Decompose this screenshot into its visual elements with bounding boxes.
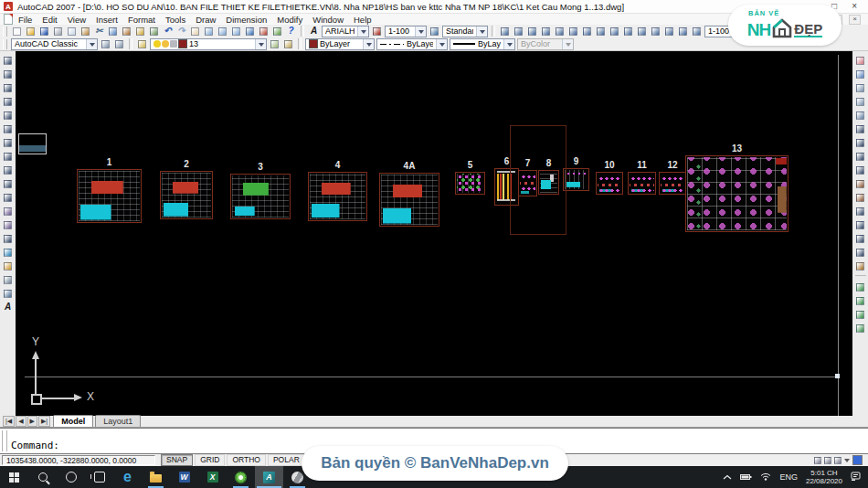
dim-ordinate-icon[interactable] xyxy=(539,26,553,37)
taskbar-camtasia-button[interactable] xyxy=(227,466,255,488)
multiline-text-icon[interactable]: A xyxy=(1,301,15,313)
extend-icon[interactable] xyxy=(853,191,867,204)
dwg-file-icon[interactable] xyxy=(4,14,13,25)
layer-combo[interactable]: 13 xyxy=(150,38,267,50)
sheet-11[interactable]: 11 xyxy=(628,172,656,195)
sheet-4[interactable]: 4 xyxy=(308,172,367,221)
tray-chevron-icon[interactable] xyxy=(723,472,732,483)
ellipse-arc-icon[interactable] xyxy=(1,191,15,204)
dropdown-arrow-icon[interactable] xyxy=(476,27,487,37)
dim-quick-icon[interactable] xyxy=(608,26,621,37)
scale-icon[interactable] xyxy=(853,150,867,163)
quickcalc-icon[interactable] xyxy=(270,26,284,37)
bring-above-objects-icon[interactable] xyxy=(853,308,867,321)
sheet-13[interactable]: 13 xyxy=(685,155,789,232)
clean-screen-button[interactable] xyxy=(852,455,863,465)
point-icon[interactable] xyxy=(1,232,15,245)
dim-linear-icon[interactable] xyxy=(498,26,512,37)
tray-menu-arrow-icon[interactable] xyxy=(844,459,850,465)
dim-radius-icon[interactable] xyxy=(553,26,566,37)
circle-icon[interactable] xyxy=(1,136,15,149)
explode-icon[interactable] xyxy=(853,260,867,272)
cad-standards-icon[interactable] xyxy=(834,457,842,464)
sheet-10[interactable]: 10 xyxy=(596,172,623,195)
insert-block-icon[interactable] xyxy=(1,205,15,217)
dim-style-combo[interactable]: 1-100 xyxy=(385,26,427,37)
erase-icon[interactable] xyxy=(853,54,867,67)
line-icon[interactable] xyxy=(1,54,15,67)
break-icon[interactable] xyxy=(853,218,867,231)
fillet-icon[interactable] xyxy=(853,246,867,259)
sheet-3[interactable]: 3 xyxy=(230,174,291,219)
tab-nav-last-button[interactable]: ▶| xyxy=(38,416,50,427)
taskbar-clock[interactable]: 5:01 CH 22/08/2020 xyxy=(806,469,842,485)
construction-line-icon[interactable] xyxy=(1,68,15,80)
dim-style-icon[interactable] xyxy=(370,26,384,37)
new-icon[interactable] xyxy=(10,26,24,37)
sheet-set-manager-icon[interactable] xyxy=(243,26,257,37)
dim-aligned-icon[interactable] xyxy=(512,26,525,37)
region-icon[interactable] xyxy=(1,273,15,286)
taskbar-start-button[interactable] xyxy=(0,466,28,488)
menu-edit[interactable]: Edit xyxy=(42,15,57,25)
polyline-icon[interactable] xyxy=(1,81,15,94)
center-mark-icon[interactable] xyxy=(676,26,690,37)
table-icon[interactable] xyxy=(1,287,15,300)
layer-properties-manager-icon[interactable] xyxy=(135,38,149,50)
menu-tools[interactable]: Tools xyxy=(165,15,185,25)
ortho-toggle[interactable]: ORTHO xyxy=(227,454,266,466)
snap-toggle[interactable]: SNAP xyxy=(161,454,193,466)
layer-lock-icon[interactable] xyxy=(170,40,177,48)
dropdown-arrow-icon[interactable] xyxy=(363,39,374,49)
tab-layout1[interactable]: Layout1 xyxy=(95,415,141,427)
battery-icon[interactable] xyxy=(740,472,752,483)
hatch-icon[interactable] xyxy=(1,246,15,259)
taskbar-explorer-button[interactable] xyxy=(142,466,170,488)
tray-update-icon[interactable] xyxy=(814,457,821,464)
layer-freeze-sun-icon[interactable] xyxy=(162,40,169,48)
polygon-icon[interactable] xyxy=(1,95,15,108)
lineweight-combo[interactable]: ByLayer xyxy=(450,38,515,50)
workspace-save-icon[interactable] xyxy=(112,38,126,50)
sheet-4a[interactable]: 4A xyxy=(379,173,439,227)
tolerance-icon[interactable] xyxy=(662,26,676,37)
stretch-icon[interactable] xyxy=(853,164,867,176)
save-icon[interactable] xyxy=(37,26,51,37)
workspace-combo[interactable]: AutoCAD Classic xyxy=(11,38,98,50)
command-window-grip[interactable] xyxy=(2,430,7,451)
offset-icon[interactable] xyxy=(853,95,867,108)
trim-icon[interactable] xyxy=(853,177,867,190)
menu-view[interactable]: View xyxy=(68,15,86,25)
dim-jogged-icon[interactable] xyxy=(566,26,580,37)
quick-leader-icon[interactable] xyxy=(649,26,662,37)
block-editor-icon[interactable] xyxy=(147,26,161,37)
dropdown-arrow-icon[interactable] xyxy=(255,39,266,49)
break-at-point-icon[interactable] xyxy=(853,205,867,217)
dim-angular-icon[interactable] xyxy=(594,26,608,37)
color-combo[interactable]: ByLayer xyxy=(305,38,375,50)
linetype-combo[interactable]: ByLayer xyxy=(376,38,448,50)
send-under-objects-icon[interactable] xyxy=(853,322,867,334)
revision-cloud-icon[interactable] xyxy=(1,150,15,163)
menu-file[interactable]: File xyxy=(18,15,32,25)
paste-icon[interactable] xyxy=(120,26,133,37)
dropdown-arrow-icon[interactable] xyxy=(86,39,97,49)
menu-window[interactable]: Window xyxy=(312,15,344,25)
menu-modify[interactable]: Modify xyxy=(277,15,302,25)
rectangle-icon[interactable] xyxy=(1,109,15,122)
taskbar-cortana-button[interactable] xyxy=(57,466,85,488)
taskbar-task-view-button[interactable] xyxy=(85,466,113,488)
rotate-icon[interactable] xyxy=(853,136,867,149)
dim-baseline-icon[interactable] xyxy=(621,26,635,37)
gradient-icon[interactable] xyxy=(1,260,15,272)
dim-edit-icon[interactable] xyxy=(690,26,704,37)
tab-nav-first-button[interactable]: |◀ xyxy=(3,416,15,427)
menu-help[interactable]: Help xyxy=(354,15,372,25)
menu-draw[interactable]: Draw xyxy=(196,15,216,25)
sheet-1[interactable]: 1 xyxy=(77,169,142,223)
text-style-icon[interactable]: A xyxy=(307,26,321,37)
grid-toggle[interactable]: GRID xyxy=(195,454,225,466)
make-block-icon[interactable] xyxy=(1,218,15,231)
taskbar-autocad-button[interactable]: A xyxy=(255,466,283,488)
bring-to-front-icon[interactable] xyxy=(853,281,867,293)
